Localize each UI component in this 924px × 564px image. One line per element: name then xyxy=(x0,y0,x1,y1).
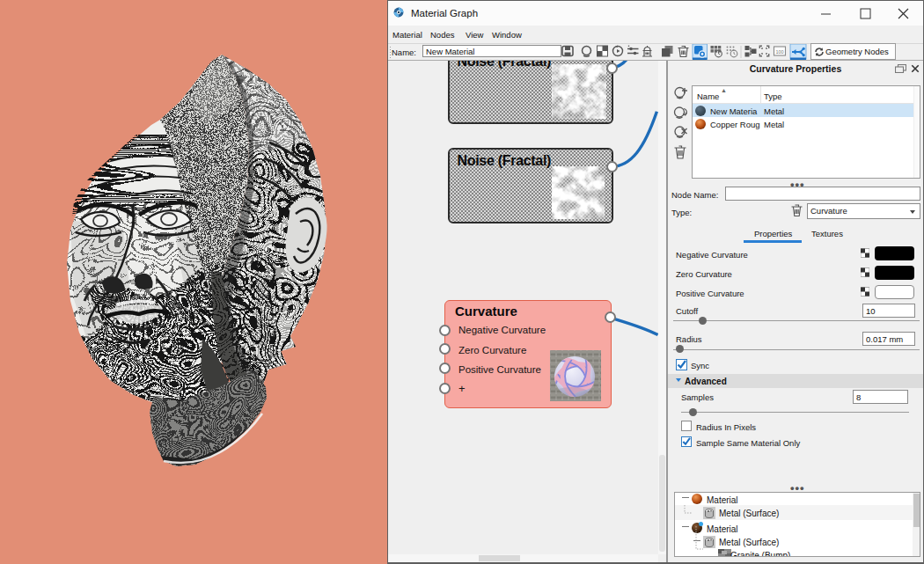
svg-text:100: 100 xyxy=(775,49,783,55)
